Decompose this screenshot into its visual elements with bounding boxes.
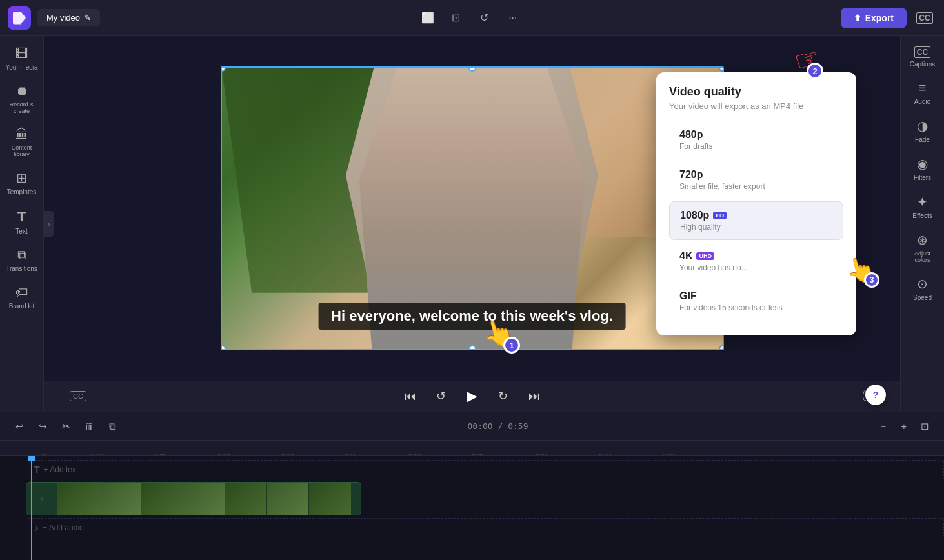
quality-label-1080p: 1080p HD [680,210,832,221]
forward-5-button[interactable]: ↻ [493,386,514,406]
add-text-track[interactable]: T + Add text [26,460,944,479]
skip-forward-button[interactable]: ⏭ [524,386,545,406]
sidebar-label-text: Text [15,228,27,235]
right-sidebar-label-audio: Audio [914,98,931,105]
video-thumb-7 [309,483,351,515]
resize-handle-br[interactable] [719,345,724,350]
sidebar-item-brand-kit[interactable]: 🏷 Brand kit [3,280,41,315]
sidebar-item-your-media[interactable]: 🎞 Your media [3,41,41,76]
add-audio-track[interactable]: ♪ + Add audio [26,518,944,537]
cut-button[interactable]: ✂ [57,417,75,435]
total-time: 0:59 [508,421,528,431]
video-thumb-6 [267,483,309,515]
crop-tool-button[interactable]: ⬜ [416,6,439,30]
sidebar-item-speed[interactable]: ⊙ Speed [903,271,942,306]
sidebar-item-content-library[interactable]: 🏛 Contentlibrary [3,122,41,163]
timeline-toolbar: ↩ ↪ ✂ 🗑 ⧉ 00:00 / 0:59 − + ⊡ [0,412,944,441]
timeline-tracks: T + Add text ⏸ ♪ [0,456,944,560]
main-content: 🎞 Your media ⏺ Record &create 🏛 Contentl… [0,36,944,412]
undo-button[interactable]: ↩ [10,417,28,435]
duplicate-button[interactable]: ⧉ [103,417,121,435]
cursor-annotation-3: 👆 3 [845,255,876,284]
resize-handle-bm[interactable] [468,345,476,350]
rewind-5-button[interactable]: ↺ [431,386,452,406]
sidebar-item-transitions[interactable]: ⧉ Transitions [3,243,41,277]
playhead-handle[interactable] [28,456,35,461]
video-track-thumbnails [57,483,361,515]
quality-option-720p[interactable]: 720p Smaller file, faster export [669,161,843,199]
more-tools-button[interactable]: ··· [501,6,525,30]
export-icon: ⬆ [854,13,861,23]
sidebar-item-filters[interactable]: ◉ Filters [903,151,942,186]
help-button[interactable]: ? [865,385,886,405]
video-thumb-5 [225,483,267,515]
timeline-time-display: 00:00 / 0:59 [126,421,869,431]
cc-icon: CC [916,12,932,24]
quality-desc-480p: For drafts [679,142,833,151]
sidebar-label-transitions: Transitions [6,265,37,272]
quality-option-gif[interactable]: GIF For videos 15 seconds or less [669,283,843,320]
sidebar-item-audio[interactable]: ≡ Audio [903,75,942,110]
quality-label-720p: 720p [679,169,833,181]
sidebar-item-templates[interactable]: ⊞ Templates [3,165,41,201]
sidebar-item-captions[interactable]: CC Captions [903,41,942,73]
text-track-icon: T [34,465,40,475]
video-track[interactable]: ⏸ [26,482,361,515]
video-canvas: Hi everyone, welcome to this week's vlog… [44,36,900,381]
project-name-button[interactable]: My video ✎ [37,9,100,26]
play-button[interactable]: ▶ [462,386,483,406]
captions-top-button[interactable]: CC [913,6,936,30]
quality-option-4k[interactable]: 4K UHD Your video has no... [669,243,843,280]
quality-desc-1080p: High quality [680,223,832,232]
zoom-in-button[interactable]: + [895,417,913,435]
skip-back-button[interactable]: ⏮ [400,386,421,406]
sidebar-item-adjust-colors[interactable]: ⊛ Adjustcolors [903,227,942,268]
right-sidebar-label-speed: Speed [913,294,932,301]
add-text-label: + Add text [44,465,79,474]
rotate-tool-button[interactable]: ↺ [473,6,496,30]
export-label: Export [865,13,894,23]
sidebar-item-fade[interactable]: ◑ Fade [903,113,942,148]
sidebar-label-templates: Templates [7,188,37,195]
redo-button[interactable]: ↪ [34,417,52,435]
quality-popup-title: Video quality [669,85,843,99]
project-rename-icon: ✎ [84,13,91,23]
fit-timeline-button[interactable]: ⊡ [916,417,934,435]
text-icon: T [17,208,26,225]
adjust-colors-icon: ⊛ [917,232,928,248]
timeline-playhead[interactable] [31,456,32,560]
resize-handle-bl[interactable] [221,345,226,350]
quality-popup-subtitle: Your video will export as an MP4 file [669,101,843,111]
playback-controls: CC ⏮ ↺ ▶ ↻ ⏭ ⛶ [44,381,900,412]
right-sidebar-label-filters: Filters [914,174,931,181]
time-separator: / [498,421,508,431]
media-icon: 🎞 [15,46,28,61]
export-button[interactable]: ⬆ Export [841,8,907,28]
sidebar-item-effects[interactable]: ✦ Effects [903,189,942,225]
delete-button[interactable]: 🗑 [80,417,98,435]
zoom-out-button[interactable]: − [874,417,892,435]
templates-icon: ⊞ [16,170,27,186]
quality-label-gif: GIF [679,290,833,302]
audio-track-icon: ♪ [34,523,39,533]
topbar-center: ⬜ ⊡ ↺ ··· [106,6,834,30]
right-sidebar: CC Captions ≡ Audio ◑ Fade ◉ Filters ✦ E… [900,36,944,412]
resize-tool-button[interactable]: ⊡ [445,6,468,30]
right-sidebar-label-fade: Fade [915,136,930,143]
quality-popup: Video quality Your video will export as … [656,72,856,335]
captions-icon: CC [914,46,930,58]
video-area: Hi everyone, welcome to this week's vlog… [44,36,900,412]
cursor-annotation-2: ☞ 2 [794,43,819,75]
sidebar-collapse-button[interactable]: › [44,211,54,237]
sidebar-item-record-create[interactable]: ⏺ Record &create [3,79,41,119]
video-thumb-2 [99,483,141,515]
hd-badge: HD [713,212,727,219]
fade-icon: ◑ [917,118,928,134]
quality-label-4k: 4K UHD [679,250,833,262]
quality-option-1080p[interactable]: 1080p HD High quality [669,201,843,240]
topbar: My video ✎ ⬜ ⊡ ↺ ··· ⬆ Export CC [0,0,944,36]
quality-option-480p[interactable]: 480p For drafts [669,121,843,159]
uhd-badge: UHD [696,252,714,260]
sidebar-item-text[interactable]: T Text [3,203,41,240]
timeline: ↩ ↪ ✂ 🗑 ⧉ 00:00 / 0:59 − + ⊡ 0:00 0:03 0… [0,412,944,560]
